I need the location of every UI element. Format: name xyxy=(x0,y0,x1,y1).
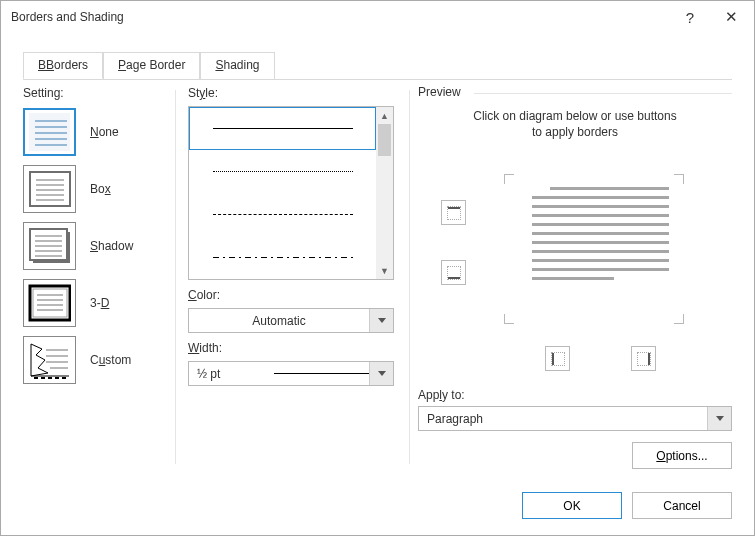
tab-divider xyxy=(23,79,732,80)
preview-heading: Preview xyxy=(418,85,461,99)
button-bar: OK Cancel xyxy=(522,492,732,519)
options-button[interactable]: Options... xyxy=(632,442,732,469)
dialog-window: Borders and Shading ? ✕ BBorders Page Bo… xyxy=(0,0,755,536)
scroll-up-icon[interactable]: ▲ xyxy=(376,107,393,124)
cancel-button[interactable]: Cancel xyxy=(632,492,732,519)
width-dropdown-icon[interactable] xyxy=(369,362,393,385)
apply-to-value: Paragraph xyxy=(419,412,707,426)
color-combo[interactable]: Automatic xyxy=(188,308,394,333)
setting-box-icon[interactable] xyxy=(23,165,76,213)
preview-diagram[interactable] xyxy=(504,174,684,324)
ok-button[interactable]: OK xyxy=(522,492,622,519)
preview-column: Preview Click on diagram below or use bu… xyxy=(418,86,732,470)
border-top-toggle[interactable] xyxy=(441,200,466,225)
preview-rule xyxy=(474,93,732,94)
setting-3d-label: 3-D xyxy=(90,296,109,310)
style-heading: Style: xyxy=(188,86,394,100)
color-heading: Color: xyxy=(188,288,394,302)
setting-heading: Setting: xyxy=(23,86,158,100)
svg-rect-31 xyxy=(48,377,52,379)
width-combo[interactable]: ½ pt xyxy=(188,361,394,386)
setting-custom-label: Custom xyxy=(90,353,131,367)
svg-rect-32 xyxy=(55,377,59,379)
apply-to-heading: Apply to: xyxy=(418,388,465,402)
svg-rect-19 xyxy=(30,286,70,320)
tab-page-border[interactable]: Page Border xyxy=(103,52,200,79)
setting-none-icon[interactable] xyxy=(23,108,76,156)
setting-column: Setting: None Box Shadow xyxy=(23,86,158,393)
window-title: Borders and Shading xyxy=(11,10,124,24)
tab-shading[interactable]: Shading xyxy=(200,52,274,79)
preview-caption: Click on diagram below or use buttonsto … xyxy=(418,108,732,140)
color-dropdown-icon[interactable] xyxy=(369,309,393,332)
divider xyxy=(175,90,176,464)
preview-area xyxy=(418,156,732,356)
width-preview-line xyxy=(274,373,369,374)
tab-borders[interactable]: BBorders xyxy=(23,52,103,79)
setting-none-label: None xyxy=(90,125,119,139)
width-value: ½ pt xyxy=(189,367,264,381)
svg-rect-33 xyxy=(62,377,66,379)
apply-to-combo[interactable]: Paragraph xyxy=(418,406,732,431)
titlebar: Borders and Shading ? ✕ xyxy=(1,1,754,33)
scroll-down-icon[interactable]: ▼ xyxy=(376,262,393,279)
close-button[interactable]: ✕ xyxy=(708,1,754,33)
style-item-dashdot[interactable] xyxy=(189,236,376,279)
tab-bar: BBorders Page Border Shading xyxy=(23,52,275,79)
tab-page-border-label: Page Border xyxy=(118,58,185,72)
style-listbox[interactable]: ▲ ▼ xyxy=(188,106,394,280)
setting-3d-icon[interactable] xyxy=(23,279,76,327)
border-left-toggle[interactable] xyxy=(545,346,570,371)
setting-box-label: Box xyxy=(90,182,111,196)
color-value: Automatic xyxy=(189,314,369,328)
tab-borders-label: Borders xyxy=(46,58,88,72)
style-item-solid[interactable] xyxy=(189,107,376,150)
help-button[interactable]: ? xyxy=(672,1,708,33)
style-item-dashed[interactable] xyxy=(189,193,376,236)
style-item-dotted[interactable] xyxy=(189,150,376,193)
setting-custom-icon[interactable] xyxy=(23,336,76,384)
border-right-toggle[interactable] xyxy=(631,346,656,371)
style-column: Style: ▲ ▼ Color: Automatic Wi xyxy=(188,86,394,386)
style-scrollbar[interactable]: ▲ ▼ xyxy=(376,107,393,279)
width-heading: Width: xyxy=(188,341,394,355)
divider xyxy=(409,90,410,464)
svg-rect-29 xyxy=(34,377,38,379)
border-bottom-toggle[interactable] xyxy=(441,260,466,285)
scroll-thumb[interactable] xyxy=(378,124,391,156)
setting-shadow-icon[interactable] xyxy=(23,222,76,270)
svg-rect-30 xyxy=(41,377,45,379)
tab-shading-label: Shading xyxy=(215,58,259,72)
setting-shadow-label: Shadow xyxy=(90,239,133,253)
apply-to-dropdown-icon[interactable] xyxy=(707,407,731,430)
